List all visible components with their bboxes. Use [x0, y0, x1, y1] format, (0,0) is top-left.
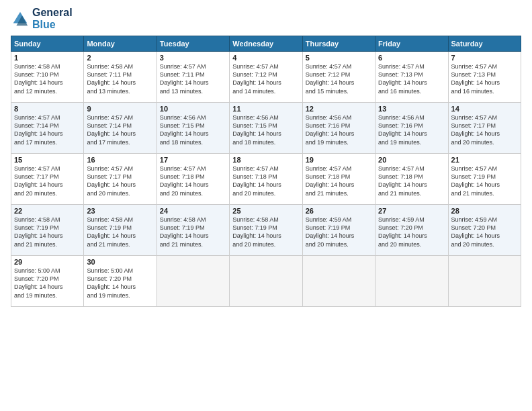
day-info: Sunrise: 4:56 AM Sunset: 7:15 PM Dayligh…: [160, 113, 226, 146]
sunset-label: Sunset: 7:20 PM: [87, 275, 132, 282]
calendar-cell: 8 Sunrise: 4:57 AM Sunset: 7:14 PM Dayli…: [11, 103, 84, 154]
day-info: Sunrise: 4:57 AM Sunset: 7:17 PM Dayligh…: [451, 113, 518, 146]
sunset-label: Sunset: 7:20 PM: [14, 275, 59, 282]
daylight-label: Daylight: 14 hours: [378, 79, 427, 86]
sunrise-label: Sunrise: 4:57 AM: [87, 165, 133, 172]
sunrise-label: Sunrise: 5:00 AM: [87, 267, 133, 274]
daylight-minutes: and 20 minutes.: [87, 190, 130, 197]
daylight-label: Daylight: 14 hours: [87, 130, 136, 137]
daylight-minutes: and 20 minutes.: [14, 190, 57, 197]
day-number: 28: [451, 207, 518, 215]
day-number: 12: [306, 105, 372, 113]
sunrise-label: Sunrise: 4:57 AM: [14, 165, 60, 172]
sunrise-label: Sunrise: 4:58 AM: [87, 63, 133, 70]
day-info: Sunrise: 4:57 AM Sunset: 7:18 PM Dayligh…: [306, 165, 372, 197]
calendar-cell: 27 Sunrise: 4:59 AM Sunset: 7:20 PM Dayl…: [375, 205, 448, 256]
day-number: 17: [160, 156, 226, 164]
sunset-label: Sunset: 7:17 PM: [87, 173, 132, 180]
calendar-cell: 14 Sunrise: 4:57 AM Sunset: 7:17 PM Dayl…: [448, 103, 521, 154]
sunrise-label: Sunrise: 4:58 AM: [87, 216, 133, 223]
logo-icon: [11, 9, 30, 28]
calendar-cell: [302, 256, 375, 307]
calendar-cell: 5 Sunrise: 4:57 AM Sunset: 7:12 PM Dayli…: [302, 52, 375, 103]
sunset-label: Sunset: 7:14 PM: [14, 122, 59, 129]
week-row-3: 15 Sunrise: 4:57 AM Sunset: 7:17 PM Dayl…: [11, 154, 521, 205]
calendar-cell: 9 Sunrise: 4:57 AM Sunset: 7:14 PM Dayli…: [84, 103, 157, 154]
calendar-cell: [375, 256, 448, 307]
calendar-cell: 7 Sunrise: 4:57 AM Sunset: 7:13 PM Dayli…: [448, 52, 521, 103]
daylight-label: Daylight: 14 hours: [451, 130, 500, 137]
sunrise-label: Sunrise: 4:57 AM: [306, 63, 352, 70]
sunrise-label: Sunrise: 4:57 AM: [451, 63, 498, 70]
sunrise-label: Sunrise: 4:57 AM: [451, 165, 498, 172]
sunset-label: Sunset: 7:19 PM: [451, 173, 496, 180]
daylight-label: Daylight: 14 hours: [14, 283, 63, 290]
sunset-label: Sunset: 7:14 PM: [87, 122, 132, 129]
day-number: 21: [451, 156, 518, 164]
sunset-label: Sunset: 7:19 PM: [306, 224, 351, 231]
day-number: 20: [378, 156, 445, 164]
sunset-label: Sunset: 7:16 PM: [378, 122, 423, 129]
day-info: Sunrise: 4:58 AM Sunset: 7:19 PM Dayligh…: [160, 216, 226, 248]
sunset-label: Sunset: 7:12 PM: [306, 71, 351, 78]
sunset-label: Sunset: 7:19 PM: [87, 224, 132, 231]
sunrise-label: Sunrise: 4:56 AM: [160, 114, 206, 121]
daylight-minutes: and 13 minutes.: [160, 88, 203, 95]
calendar-cell: 15 Sunrise: 4:57 AM Sunset: 7:17 PM Dayl…: [11, 154, 84, 205]
daylight-label: Daylight: 14 hours: [306, 79, 355, 86]
daylight-minutes: and 20 minutes.: [232, 241, 275, 248]
day-info: Sunrise: 4:59 AM Sunset: 7:20 PM Dayligh…: [451, 216, 518, 248]
calendar-cell: 1 Sunrise: 4:58 AM Sunset: 7:10 PM Dayli…: [11, 52, 84, 103]
daylight-label: Daylight: 14 hours: [306, 232, 355, 239]
day-info: Sunrise: 4:56 AM Sunset: 7:15 PM Dayligh…: [232, 113, 299, 146]
sunset-label: Sunset: 7:18 PM: [160, 173, 205, 180]
col-sunday: Sunday: [11, 36, 84, 52]
day-number: 27: [378, 207, 445, 215]
logo-text: General Blue: [32, 7, 73, 30]
day-number: 3: [160, 54, 226, 62]
day-info: Sunrise: 4:57 AM Sunset: 7:13 PM Dayligh…: [451, 62, 518, 95]
daylight-label: Daylight: 14 hours: [306, 181, 355, 188]
day-number: 19: [306, 156, 372, 164]
sunrise-label: Sunrise: 4:57 AM: [451, 114, 498, 121]
day-number: 4: [232, 54, 299, 62]
sunset-label: Sunset: 7:17 PM: [451, 122, 496, 129]
sunrise-label: Sunrise: 4:57 AM: [160, 63, 206, 70]
calendar-cell: 24 Sunrise: 4:58 AM Sunset: 7:19 PM Dayl…: [157, 205, 229, 256]
week-row-1: 1 Sunrise: 4:58 AM Sunset: 7:10 PM Dayli…: [11, 52, 521, 103]
daylight-minutes: and 16 minutes.: [378, 88, 421, 95]
calendar-cell: 2 Sunrise: 4:58 AM Sunset: 7:11 PM Dayli…: [84, 52, 157, 103]
daylight-label: Daylight: 14 hours: [87, 232, 136, 239]
daylight-minutes: and 20 minutes.: [451, 139, 494, 146]
day-number: 22: [14, 207, 81, 215]
daylight-label: Daylight: 14 hours: [306, 130, 355, 137]
sunset-label: Sunset: 7:11 PM: [87, 71, 132, 78]
day-number: 5: [306, 54, 372, 62]
calendar-cell: 6 Sunrise: 4:57 AM Sunset: 7:13 PM Dayli…: [375, 52, 448, 103]
day-info: Sunrise: 4:57 AM Sunset: 7:11 PM Dayligh…: [160, 62, 226, 95]
day-info: Sunrise: 4:58 AM Sunset: 7:11 PM Dayligh…: [87, 62, 153, 95]
day-info: Sunrise: 4:59 AM Sunset: 7:19 PM Dayligh…: [306, 216, 372, 248]
daylight-minutes: and 18 minutes.: [160, 139, 203, 146]
daylight-label: Daylight: 14 hours: [451, 181, 500, 188]
daylight-minutes: and 20 minutes.: [378, 241, 421, 248]
daylight-label: Daylight: 14 hours: [232, 79, 281, 86]
calendar-cell: 3 Sunrise: 4:57 AM Sunset: 7:11 PM Dayli…: [157, 52, 229, 103]
daylight-minutes: and 19 minutes.: [87, 292, 130, 299]
col-friday: Friday: [375, 36, 448, 52]
day-info: Sunrise: 4:57 AM Sunset: 7:18 PM Dayligh…: [378, 165, 445, 197]
day-number: 23: [87, 207, 153, 215]
day-info: Sunrise: 4:57 AM Sunset: 7:18 PM Dayligh…: [232, 165, 299, 197]
day-number: 29: [14, 258, 81, 266]
calendar-cell: 30 Sunrise: 5:00 AM Sunset: 7:20 PM Dayl…: [84, 256, 157, 307]
sunrise-label: Sunrise: 4:58 AM: [14, 216, 60, 223]
calendar-cell: 16 Sunrise: 4:57 AM Sunset: 7:17 PM Dayl…: [84, 154, 157, 205]
calendar-cell: 11 Sunrise: 4:56 AM Sunset: 7:15 PM Dayl…: [230, 103, 302, 154]
daylight-label: Daylight: 14 hours: [160, 130, 209, 137]
sunrise-label: Sunrise: 4:58 AM: [160, 216, 206, 223]
sunrise-label: Sunrise: 4:57 AM: [160, 165, 206, 172]
daylight-minutes: and 19 minutes.: [378, 139, 421, 146]
day-number: 9: [87, 105, 153, 113]
header: General Blue: [11, 7, 521, 30]
sunrise-label: Sunrise: 4:56 AM: [378, 114, 425, 121]
